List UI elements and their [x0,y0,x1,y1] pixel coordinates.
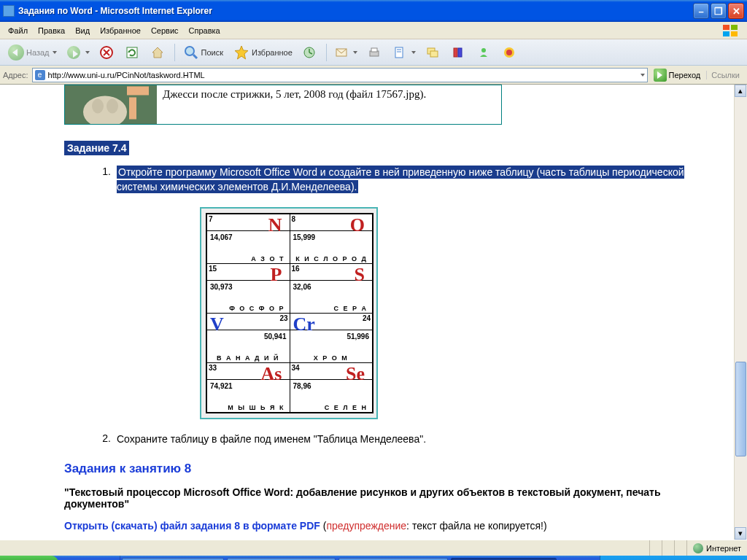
svg-rect-0 [723,25,729,30]
status-pane [649,540,662,556]
svg-rect-22 [458,48,462,57]
svg-rect-16 [395,47,403,58]
element-cell: 15 P 30,973 Ф О С Ф О Р [207,264,290,313]
url-field-wrap[interactable]: e [32,68,648,82]
search-icon [183,44,199,61]
globe-icon [693,543,703,553]
menu-help[interactable]: Справка [184,25,225,36]
go-icon [654,69,667,82]
discuss-icon [426,46,439,59]
svg-rect-2 [723,31,729,36]
messenger-button[interactable] [473,42,497,63]
scroll-up-button[interactable]: ▴ [735,85,746,97]
research-button[interactable] [447,42,471,63]
taskbar: пуск МТС КоннектФорматирование ст...зада… [0,556,747,560]
titlebar: Задания по Word - Microsoft Internet Exp… [0,0,747,22]
menu-favorites[interactable]: Избранное [95,25,146,36]
close-button[interactable]: ✕ [728,3,744,19]
address-label: Адрес: [3,71,28,79]
system-tray: RU 13:56 [600,556,747,560]
svg-point-28 [92,99,104,114]
element-cell: 33 As 74,921 М Ы Ш Ь Я К [207,363,290,412]
antivirus-button[interactable] [498,42,522,63]
addressbar: Адрес: e Переход Ссылки [0,66,747,85]
element-cell: 8 O 15,999 К И С Л О Р О Д [290,214,373,263]
chevron-down-icon [85,51,90,54]
refresh-button[interactable] [121,42,145,63]
research-icon [452,46,465,59]
list-item: 2. Сохраните таблицу в файле под именем … [90,432,694,447]
menu-edit[interactable]: Правка [33,25,70,36]
svg-rect-3 [731,31,738,36]
chevron-down-icon [53,51,57,54]
favorites-button[interactable]: Избранное [229,42,297,63]
status-internet: Интернет [686,540,747,556]
svg-rect-1 [731,25,738,30]
window-title: Задания по Word - Microsoft Internet Exp… [18,6,692,16]
history-button[interactable] [298,42,322,63]
url-input[interactable] [48,71,638,79]
status-pane-left [0,540,248,556]
forward-button[interactable] [63,42,94,63]
menu-view[interactable]: Вид [70,25,95,36]
stop-icon [100,46,113,59]
svg-rect-21 [454,48,457,57]
svg-point-25 [506,50,512,55]
caption-text: Джесси после стрижки, 5 лет, 2008 год (ф… [157,85,432,104]
status-pane [662,540,674,556]
chevron-down-icon [411,51,416,54]
table-row: Джесси после стрижки, 5 лет, 2008 год (ф… [64,85,502,125]
element-cell: 23 V 50,941 В А Н А Д И Й [207,314,290,362]
highlighted-text: Откройте программу Microsoft Office Word… [117,166,684,193]
task-7-4-heading: Задание 7.4 [64,141,129,155]
element-cell: 16 S 32,06 С Е Р А [290,264,373,313]
print-icon [368,46,381,59]
vertical-scrollbar[interactable]: ▴ ▾ [734,85,747,540]
svg-rect-31 [129,98,136,120]
search-button[interactable]: Поиск [179,42,228,63]
statusbar: Интернет [0,540,747,556]
quick-launch [58,556,120,560]
menu-tools[interactable]: Сервис [146,25,184,36]
stop-button[interactable] [96,42,120,63]
maximize-button[interactable]: ❐ [711,3,727,19]
list-item: 1. Откройте программу Microsoft Office W… [90,166,694,194]
periodic-table-figure: 7 N 14,067 А З О Т 8 O 15,999 К И С Л О … [200,207,378,419]
menubar: Файл Правка Вид Избранное Сервис Справка [0,22,747,39]
status-pane [674,540,686,556]
element-cell: 7 N 14,067 А З О Т [207,214,290,263]
ie-app-icon [3,5,15,17]
refresh-icon [125,46,139,59]
links-label[interactable]: Ссылки [706,71,744,79]
home-button[interactable] [147,42,171,63]
svg-rect-15 [371,48,377,52]
scroll-thumb[interactable] [735,362,746,456]
svg-point-29 [107,99,118,114]
home-icon [151,46,164,59]
shield-icon [503,46,516,59]
element-cell: 34 Se 78,96 С Е Л Е Н [290,363,373,412]
back-icon [8,44,24,61]
svg-point-23 [481,48,486,52]
mail-button[interactable] [330,42,362,63]
throbber-icon [718,22,744,39]
pdf-link[interactable]: Открыть (скачать) файл задания 8 в форма… [64,520,320,532]
discuss-button[interactable] [422,42,446,63]
chevron-down-icon[interactable] [640,74,645,77]
print-button[interactable] [363,42,387,63]
edit-button[interactable] [389,42,420,63]
edit-icon [393,46,406,59]
menu-file[interactable]: Файл [3,25,33,36]
scroll-down-button[interactable]: ▾ [735,527,746,540]
toolbar: Назад Поиск Избранное [0,39,747,66]
start-button[interactable]: пуск [0,556,58,560]
pdf-download-line: Открыть (скачать) файл задания 8 в форма… [64,520,694,532]
section-8-heading: Задания к занятию 8 [64,462,724,476]
go-button[interactable]: Переход [651,67,704,83]
minimize-button[interactable]: – [693,3,709,19]
photo-thumbnail [65,85,157,124]
forward-icon [67,46,80,59]
content-area: Джесси после стрижки, 5 лет, 2008 год (ф… [0,85,747,540]
section-8-desc: "Текстовый процессор Microsoft Office Wo… [64,486,694,510]
back-button[interactable]: Назад [4,42,61,63]
